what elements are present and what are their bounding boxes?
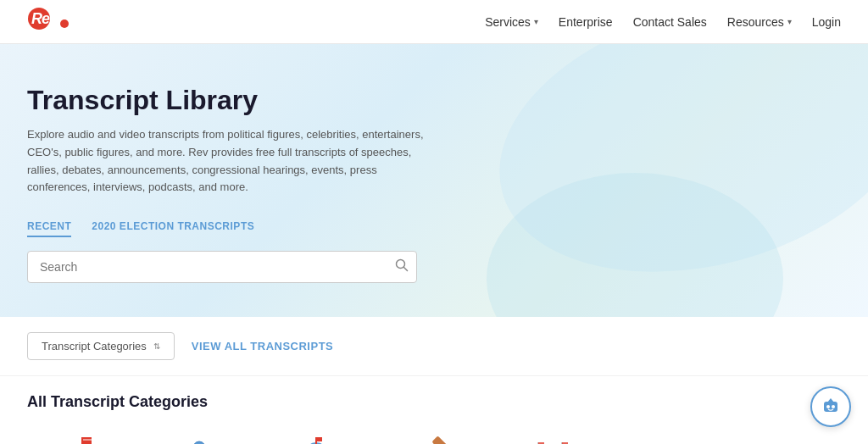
page-title: Transcript Library [27,85,570,116]
search-container [27,251,417,283]
hero-description: Explore audio and video transcripts from… [27,126,434,197]
categories-section: All Transcript Categories VOTE [0,376,868,444]
tab-recent[interactable]: RECENT [27,217,71,237]
finance-icon: $ [729,431,783,444]
nav-contact-sales[interactable]: Contact Sales [633,15,707,29]
nav-resources[interactable]: Resources ▾ [727,15,792,29]
chatbot-button[interactable] [810,386,851,427]
categories-carousel: VOTE 2020 Election Transcripts [27,431,841,444]
category-entertainment[interactable]: ♪ ♫ Entertainment Transcripts [612,431,722,444]
sort-arrows-icon: ⇅ [153,341,160,351]
hero-tabs: RECENT 2020 ELECTION TRANSCRIPTS [27,217,570,237]
nav-enterprise[interactable]: Enterprise [559,15,613,29]
category-select[interactable]: Transcript Categories ⇅ [27,332,175,360]
rev-logo-svg: Rev [27,5,71,32]
category-election[interactable]: VOTE 2020 Election Transcripts [27,431,137,444]
election-icon: VOTE [55,431,109,444]
debate-icon [406,431,460,444]
tab-election[interactable]: 2020 ELECTION TRANSCRIPTS [92,217,254,237]
svg-point-2 [60,19,69,28]
svg-rect-10 [81,437,83,444]
categories-list: VOTE 2020 Election Transcripts [27,431,804,444]
resources-chevron-icon: ▾ [787,17,792,26]
svg-point-61 [832,405,835,408]
category-finance[interactable]: $ Finance [729,431,783,444]
main-nav: Services ▾ Enterprise Contact Sales Reso… [485,15,841,29]
header: Rev Services ▾ Enterprise Contact Sales … [0,0,868,44]
speech-icon [172,431,226,444]
nav-login[interactable]: Login [812,15,841,29]
categories-section-title: All Transcript Categories [27,393,841,411]
svg-rect-31 [431,436,449,444]
search-button[interactable] [395,258,409,275]
search-icon [395,258,409,272]
trump-building-icon [523,431,577,444]
hero-section: Transcript Library Explore audio and vid… [0,44,868,317]
svg-point-59 [826,405,830,408]
filter-bar: Transcript Categories ⇅ VIEW ALL TRANSCR… [0,317,868,376]
category-debate[interactable]: Debate Transcripts [378,431,488,444]
entertainment-icon: ♪ ♫ [640,431,694,444]
svg-rect-22 [317,437,322,441]
logo-text: Rev [27,5,71,38]
category-congressional[interactable]: Congressional Testimony & Hearing Transc… [261,431,371,444]
svg-text:Rev: Rev [31,10,58,27]
services-chevron-icon: ▾ [534,17,538,26]
congressional-icon [289,431,343,444]
chatbot-icon [821,397,841,417]
hero-content: Transcript Library Explore audio and vid… [27,85,570,283]
svg-line-4 [404,268,408,271]
svg-rect-11 [83,437,92,444]
category-trump[interactable]: Donald Trump Transcripts [495,431,605,444]
view-all-transcripts-link[interactable]: VIEW ALL TRANSCRIPTS [192,340,333,352]
svg-marker-60 [827,398,834,402]
search-input[interactable] [27,251,417,283]
svg-text:♪: ♪ [675,441,682,444]
nav-services[interactable]: Services ▾ [485,15,538,29]
svg-rect-21 [315,437,317,444]
category-speech[interactable]: Classic Speech Transcripts [144,431,254,444]
logo[interactable]: Rev [27,5,71,38]
